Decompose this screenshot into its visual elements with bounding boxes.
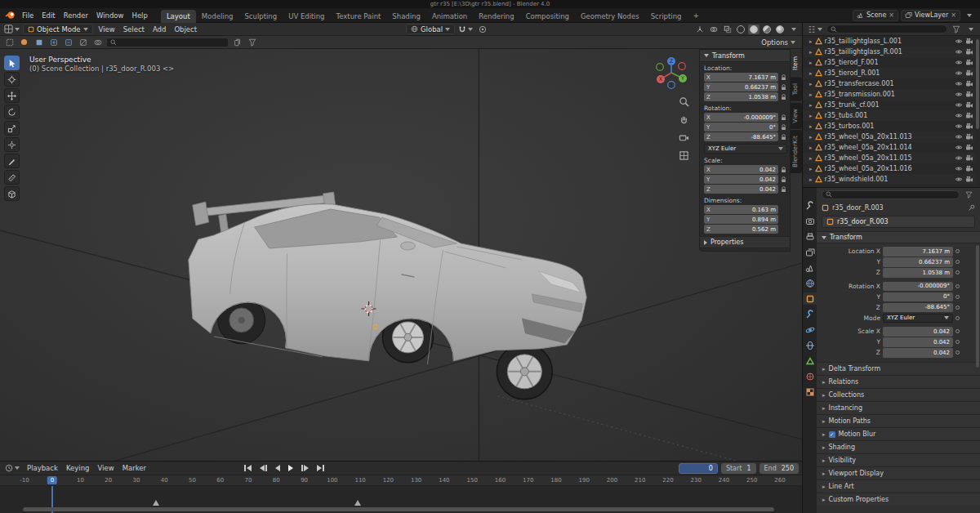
menu-item[interactable]: Object xyxy=(170,24,201,35)
select-mode-intersect-icon[interactable] xyxy=(91,37,104,47)
collapsed-panel-header[interactable]: ✓ Motion Paths xyxy=(817,414,980,427)
play-reverse-button[interactable] xyxy=(273,463,283,473)
disable-in-render-camera-icon[interactable] xyxy=(965,80,973,87)
editor-type-icon[interactable] xyxy=(2,24,21,34)
timeline-scrollbar[interactable] xyxy=(23,507,774,511)
menu-item[interactable]: Keying xyxy=(62,462,94,474)
hide-in-viewport-eye-icon[interactable] xyxy=(955,91,963,98)
transform-tool[interactable] xyxy=(4,137,20,152)
pin-icon[interactable] xyxy=(968,204,975,212)
animate-property-decorator[interactable] xyxy=(956,306,960,310)
collapsed-panel-header[interactable]: ✓ Motion Blur xyxy=(817,427,980,440)
number-field[interactable]: Z 0.042 xyxy=(704,185,778,194)
number-field[interactable]: Z 0.562 m xyxy=(704,225,778,234)
workspace-tab[interactable]: Modeling xyxy=(196,10,239,23)
scene-tab[interactable] xyxy=(803,261,817,274)
hide-in-viewport-eye-icon[interactable] xyxy=(955,165,963,172)
show-overlays-icon[interactable] xyxy=(707,24,719,34)
options-button[interactable]: Options xyxy=(758,38,799,47)
lock-icon[interactable] xyxy=(780,167,787,173)
disable-in-render-camera-icon[interactable] xyxy=(965,123,973,130)
disable-in-render-camera-icon[interactable] xyxy=(965,101,973,109)
outliner-row[interactable]: r35_tierod_R.001 xyxy=(803,68,975,78)
constraints-tab[interactable] xyxy=(803,339,817,351)
workspace-tab[interactable]: Layout xyxy=(161,10,196,23)
timeline-track[interactable] xyxy=(0,486,802,513)
expand-arrow-icon[interactable] xyxy=(809,101,813,109)
select-mode-extend-icon[interactable] xyxy=(47,37,60,47)
disable-in-render-camera-icon[interactable] xyxy=(965,133,973,141)
select-mode-subtract-icon[interactable] xyxy=(62,37,74,47)
outliner-row[interactable]: r35_wheel_05a_20x11.016 xyxy=(803,163,975,174)
hide-in-viewport-eye-icon[interactable] xyxy=(955,80,963,87)
expand-arrow-icon[interactable] xyxy=(809,123,813,130)
disable-in-render-camera-icon[interactable] xyxy=(965,176,973,183)
blender-logo-icon[interactable] xyxy=(3,10,17,20)
animate-property-decorator[interactable] xyxy=(956,340,960,344)
lock-icon[interactable] xyxy=(780,94,787,100)
disable-in-render-camera-icon[interactable] xyxy=(965,59,973,66)
number-field[interactable]: Y 0.894 m xyxy=(704,215,778,224)
outliner-row[interactable]: r35_taillightglass_L.001 xyxy=(803,36,975,47)
outliner-row[interactable]: r35_turbos.001 xyxy=(803,121,975,132)
animate-property-decorator[interactable] xyxy=(956,329,960,333)
select-box-tool[interactable] xyxy=(4,56,20,70)
transform-panel-header[interactable]: Transform xyxy=(700,50,790,62)
workspace-tab[interactable]: Scripting xyxy=(645,10,688,23)
hide-in-viewport-eye-icon[interactable] xyxy=(955,48,963,56)
select-mode-invert-icon[interactable] xyxy=(77,37,89,47)
expand-arrow-icon[interactable] xyxy=(809,154,813,162)
collapsed-panel-header[interactable]: ✓ Visibility xyxy=(817,453,980,466)
expand-arrow-icon[interactable] xyxy=(809,80,813,87)
world-tab[interactable] xyxy=(803,277,817,289)
disable-in-render-camera-icon[interactable] xyxy=(965,112,973,119)
object-name-field[interactable]: r35_door_R.003 xyxy=(822,216,975,228)
modifiers-tab[interactable] xyxy=(803,308,817,320)
frame-end-field[interactable]: End250 xyxy=(760,463,799,474)
lock-icon[interactable] xyxy=(780,84,787,91)
timeline-marker[interactable] xyxy=(153,500,159,506)
panel-checkbox[interactable]: ✓ xyxy=(829,431,835,438)
transform-panel-header[interactable]: Transform xyxy=(817,231,980,243)
previous-keyframe-button[interactable] xyxy=(257,463,270,473)
number-field[interactable]: X -0.000009° xyxy=(704,113,778,122)
workspace-tab[interactable]: Sculpting xyxy=(238,10,283,23)
scene-selector[interactable]: Scene xyxy=(853,10,898,21)
lock-icon[interactable] xyxy=(780,134,787,141)
shading-rendered-button[interactable] xyxy=(774,25,786,34)
number-field[interactable]: X 7.1637 m xyxy=(704,73,778,82)
expand-arrow-icon[interactable] xyxy=(809,165,813,172)
jump-to-start-button[interactable] xyxy=(242,463,254,473)
property-value-field[interactable]: 0.042 xyxy=(883,327,953,337)
lock-icon[interactable] xyxy=(780,124,787,131)
annotate-tool[interactable] xyxy=(4,154,20,168)
texture-tab[interactable] xyxy=(803,386,817,398)
expand-arrow-icon[interactable] xyxy=(809,144,813,151)
disable-in-render-camera-icon[interactable] xyxy=(965,144,973,151)
shading-solid-button[interactable] xyxy=(748,25,760,34)
measure-tool[interactable] xyxy=(4,170,20,185)
outliner-row[interactable]: r35_windshield.001 xyxy=(803,174,975,185)
animate-property-decorator[interactable] xyxy=(956,350,960,355)
properties-scrollbar[interactable] xyxy=(976,245,979,368)
expand-arrow-icon[interactable] xyxy=(809,133,813,141)
menu-item[interactable]: Marker xyxy=(118,462,150,474)
zoom-icon[interactable] xyxy=(679,96,689,107)
workspace-tab[interactable]: Animation xyxy=(426,10,473,23)
show-gizmo-icon[interactable] xyxy=(693,24,706,34)
timeline-editor-type-icon[interactable] xyxy=(3,463,21,474)
view-layer-tab[interactable] xyxy=(803,246,817,258)
property-value-field[interactable]: -0.000009° xyxy=(883,282,953,292)
property-value-field[interactable]: 0° xyxy=(883,292,953,302)
add-cube-tool[interactable] xyxy=(4,186,20,201)
workspace-tab[interactable]: Compositing xyxy=(520,10,575,23)
number-field[interactable]: Y 0.66237 m xyxy=(704,83,778,91)
workspace-tab[interactable]: Geometry Nodes xyxy=(575,10,645,23)
material-tab[interactable] xyxy=(803,370,817,382)
tool-tab[interactable] xyxy=(803,199,817,212)
animate-property-decorator[interactable] xyxy=(956,249,960,253)
shading-options-chevron[interactable] xyxy=(787,24,800,34)
pan-hand-icon[interactable] xyxy=(679,114,689,125)
property-value-field[interactable]: 1.0538 m xyxy=(883,268,953,278)
toggle-ortho-icon[interactable] xyxy=(679,150,689,161)
